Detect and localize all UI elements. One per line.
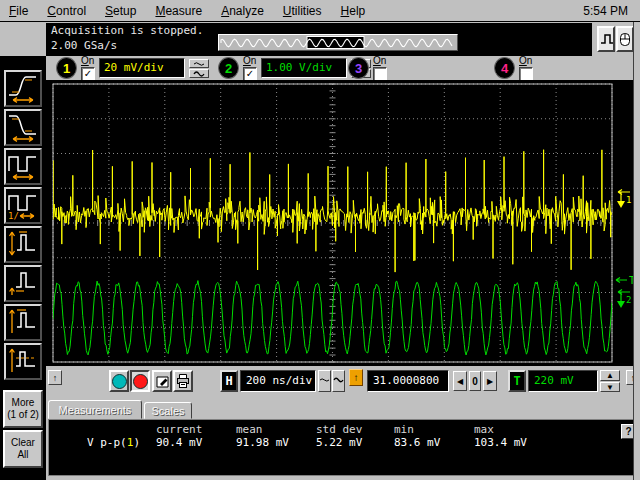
channel-2-ground-marker: 2 (617, 290, 631, 309)
large-wave-icon (193, 70, 205, 77)
quick-notes-button[interactable] (152, 370, 172, 392)
trigger-level-down-button[interactable]: ▼ (600, 382, 620, 392)
frequency-button[interactable]: 1/ (4, 187, 42, 224)
position-left-button[interactable]: ◀ (453, 371, 467, 391)
v-peak-peak-icon (7, 228, 39, 259)
menu-measure[interactable]: Measure (155, 4, 202, 18)
check-icon: ✓ (84, 68, 92, 79)
v-average-button[interactable] (4, 343, 42, 380)
pulse-mode-button[interactable] (597, 26, 615, 52)
timebase-fine-button[interactable] (318, 370, 331, 392)
check-icon: ✓ (246, 68, 254, 79)
svg-text:1: 1 (626, 195, 631, 205)
trigger-level-display[interactable]: 220 mV (528, 370, 598, 392)
menu-bar: File Control Setup Measure Analyze Utili… (0, 0, 640, 22)
v-min-button[interactable] (4, 265, 42, 302)
v-max-button[interactable] (4, 304, 42, 341)
clear-all-button[interactable]: Clear All (3, 430, 43, 468)
tab-measurements[interactable]: Measurements (48, 400, 142, 419)
notes-icon (155, 374, 170, 389)
channel-2-on-toggle[interactable]: On ✓ (243, 56, 257, 81)
menu-utilities[interactable]: Utilities (283, 4, 322, 18)
memory-bar-scrollbar[interactable] (218, 34, 458, 51)
square-pulse-icon (599, 32, 613, 46)
channel-4-group: 4 On (494, 56, 533, 80)
measurement-toolbar: 1/ (0, 56, 46, 480)
rise-time-button[interactable] (4, 70, 42, 107)
collapse-left-button[interactable]: ↑ (48, 370, 62, 385)
channel-3-on-toggle[interactable]: On (373, 56, 387, 81)
channel-4-button[interactable]: 4 (494, 57, 515, 79)
run-button[interactable] (109, 370, 129, 392)
v-min-icon (7, 267, 39, 298)
tab-scales[interactable]: Scales (144, 402, 192, 419)
memory-bar-waveform (219, 36, 455, 49)
up-arrow-icon: ↑ (354, 372, 359, 383)
col-header-std-dev: std dev (316, 423, 362, 436)
right-arrow-icon: ▶ (487, 377, 493, 386)
print-button[interactable] (173, 370, 193, 392)
horizontal-position-display[interactable]: 31.0000800 ms (367, 370, 449, 392)
v-max-icon (7, 306, 39, 337)
menu-setup[interactable]: Setup (105, 4, 136, 18)
large-wave-icon (333, 376, 344, 384)
oscilloscope-screen: File Control Setup Measure Analyze Utili… (0, 0, 640, 480)
channel-2-button[interactable]: 2 (218, 57, 239, 79)
channel-1-on-toggle[interactable]: On ✓ (81, 56, 95, 81)
horizontal-setup-button[interactable]: H (220, 370, 238, 392)
col-header-min: min (394, 423, 414, 436)
channel-1-group: 1 On ✓ 20 mV/div (56, 56, 209, 80)
stop-icon (133, 374, 148, 389)
frequency-icon: 1/ (7, 189, 39, 220)
more-measurements-button[interactable]: More (1 of 2) (3, 390, 43, 428)
down-triangle-icon: ▼ (606, 383, 614, 392)
small-wave-icon (193, 60, 205, 67)
printer-icon (175, 373, 191, 389)
channel-4-on-toggle[interactable]: On (519, 56, 533, 81)
position-zero-button[interactable]: 0 (469, 371, 481, 391)
menu-help[interactable]: Help (341, 4, 366, 18)
rise-time-icon (7, 72, 39, 103)
channel-3-button[interactable]: 3 (348, 57, 369, 79)
bottom-control-bar: ↑ H 200 ns/div ↑ 31.0000800 ms ◀ 0 ▶ (46, 366, 640, 398)
clock: 5:54 PM (583, 4, 640, 18)
run-icon (112, 374, 127, 389)
window-right-edge (633, 22, 640, 480)
svg-text:2: 2 (626, 295, 631, 305)
stop-button[interactable] (130, 370, 150, 392)
period-button[interactable] (4, 148, 42, 185)
scope-graticule: 1 T 2 (46, 80, 634, 366)
mouse-icon (618, 31, 632, 47)
channel-1-button[interactable]: 1 (56, 57, 77, 79)
small-wave-icon (319, 376, 330, 384)
menu-file[interactable]: File (9, 4, 28, 18)
menu-analyze[interactable]: Analyze (221, 4, 264, 18)
channel-1-scale-up-button[interactable] (189, 59, 209, 68)
col-header-max: max (474, 423, 494, 436)
up-triangle-icon: ▲ (606, 371, 614, 380)
position-right-button[interactable]: ▶ (483, 371, 497, 391)
measurement-min: 83.6 mV (394, 436, 440, 449)
measurement-mean: 91.98 mV (236, 436, 289, 449)
channel-4-checkbox[interactable] (519, 67, 533, 81)
channel-1-scale-down-button[interactable] (189, 69, 209, 78)
trigger-setup-button[interactable]: T (508, 370, 526, 392)
trigger-level-up-button[interactable]: ▲ (600, 370, 620, 381)
channel-3-checkbox[interactable] (373, 67, 387, 81)
channel-2-scale-display[interactable]: 1.00 V/div (261, 58, 347, 78)
trigger-position-button[interactable]: ↑ (349, 369, 363, 386)
measurements-table: current mean std dev min max V p-p(1) 90… (48, 419, 634, 476)
timebase-coarse-button[interactable] (332, 370, 345, 392)
measurement-std-dev: 5.22 mV (316, 436, 362, 449)
fall-time-icon (7, 111, 39, 142)
fall-time-button[interactable] (4, 109, 42, 146)
mouse-mode-button[interactable] (616, 26, 634, 52)
channel-1-scale-display[interactable]: 20 mV/div (99, 58, 185, 78)
v-peak-peak-button[interactable] (4, 226, 42, 263)
period-icon (7, 150, 39, 181)
menu-control[interactable]: Control (47, 4, 86, 18)
channel-1-checkbox[interactable]: ✓ (81, 67, 95, 81)
channel-2-checkbox[interactable]: ✓ (243, 67, 257, 81)
timebase-display[interactable]: 200 ns/div (240, 370, 316, 392)
acquisition-status-text: Acquisition is stopped. (51, 24, 203, 37)
